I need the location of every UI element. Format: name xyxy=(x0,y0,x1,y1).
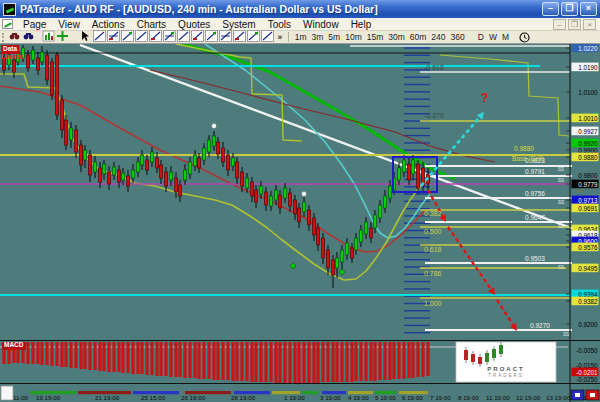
pointer-icon[interactable] xyxy=(79,30,92,42)
candle xyxy=(112,167,115,175)
macd-bar xyxy=(397,342,400,379)
channel-icon[interactable] xyxy=(121,30,134,42)
svg-text:1.0010: 1.0010 xyxy=(578,115,598,122)
candle xyxy=(288,193,291,206)
crosshair-icon[interactable] xyxy=(56,30,69,42)
candle xyxy=(202,148,205,160)
macd-bar xyxy=(31,342,34,364)
time-label: 5 19:00 xyxy=(375,394,396,401)
svg-text:-0.618: -0.618 xyxy=(424,64,444,71)
menu-window[interactable]: Window xyxy=(297,19,345,30)
timeframe-60m[interactable]: 60m xyxy=(407,32,429,42)
chart-page-icon[interactable] xyxy=(2,19,13,29)
menu-tools[interactable]: Tools xyxy=(262,19,297,30)
fib-expansion-icon[interactable] xyxy=(163,30,176,42)
mdi-restore-button[interactable]: ❐ xyxy=(568,19,581,30)
period-monthly[interactable]: M xyxy=(499,32,511,42)
macd-bar xyxy=(164,342,167,376)
candle xyxy=(250,182,253,196)
candle xyxy=(254,190,257,202)
timeframe-240[interactable]: 240 xyxy=(429,32,448,42)
menu-view[interactable]: View xyxy=(52,19,86,30)
timeframe-10m[interactable]: 10m xyxy=(343,32,365,42)
trendline-icon[interactable] xyxy=(93,30,106,42)
menu-help[interactable]: Help xyxy=(345,19,378,30)
macd-bar xyxy=(226,342,229,380)
period-daily[interactable]: D xyxy=(475,32,486,42)
svg-text:0.9394: 0.9394 xyxy=(578,291,598,298)
period-weekly[interactable]: W xyxy=(486,32,499,42)
macd-bar xyxy=(240,342,243,381)
candle xyxy=(340,250,343,262)
candle xyxy=(178,185,181,196)
candle xyxy=(36,58,39,70)
find-icon[interactable] xyxy=(8,30,21,42)
window-title: PATrader - AUD RF - [AUDUSD, 240 min - A… xyxy=(20,3,378,15)
svg-text:0.9880: 0.9880 xyxy=(578,154,598,161)
svg-text:1.0190: 1.0190 xyxy=(578,64,598,71)
candle xyxy=(159,165,162,178)
candle xyxy=(226,155,229,170)
clock-icon[interactable] xyxy=(518,31,531,43)
app-icon[interactable] xyxy=(3,3,16,16)
minimize-button[interactable]: – xyxy=(542,2,559,16)
timeframe-5m[interactable]: 5m xyxy=(326,32,343,42)
svg-text:-0.270: -0.270 xyxy=(424,112,444,119)
scroll-right-button[interactable] xyxy=(586,390,599,400)
angle-line-icon[interactable] xyxy=(135,30,148,42)
timeframe-3m[interactable]: 3m xyxy=(309,32,326,42)
fib-fan-icon[interactable] xyxy=(205,30,218,42)
menu-system[interactable]: System xyxy=(216,19,261,30)
macd-bar xyxy=(350,342,353,382)
candle xyxy=(416,164,419,188)
chart-icon[interactable] xyxy=(42,30,55,42)
macd-bar xyxy=(79,342,82,369)
candle xyxy=(293,200,296,214)
candle xyxy=(136,162,139,172)
scroll-left-button[interactable] xyxy=(571,390,584,400)
macd-axis[interactable]: -0.0050-0.0150-0.0201-0.0250 xyxy=(572,347,599,383)
mdi-close-button[interactable]: × xyxy=(583,19,596,30)
gann-grid-icon[interactable] xyxy=(219,30,232,42)
candle xyxy=(378,205,381,218)
candle xyxy=(402,160,405,172)
fib-retracement-icon[interactable] xyxy=(149,30,162,42)
candle xyxy=(240,172,243,186)
menu-quotes[interactable]: Quotes xyxy=(172,19,216,30)
horizontal-line-icon[interactable] xyxy=(107,30,120,42)
candle xyxy=(407,164,410,180)
candle xyxy=(12,60,15,72)
toolbar-grip[interactable] xyxy=(2,33,4,42)
regression-icon[interactable] xyxy=(247,30,260,42)
candle xyxy=(388,186,391,198)
close-button[interactable]: × xyxy=(580,2,597,16)
macd-bar xyxy=(98,342,101,371)
candle xyxy=(316,228,319,245)
menu-charts[interactable]: Charts xyxy=(131,19,172,30)
toolbar-overflow-chevron[interactable]: » xyxy=(275,32,286,42)
menu-actions[interactable]: Actions xyxy=(86,19,131,30)
locked-status-label: Locked xyxy=(1,54,24,61)
candle xyxy=(102,164,105,174)
timeframe-360[interactable]: 360 xyxy=(448,32,467,42)
price-box-green-icon[interactable] xyxy=(191,30,204,42)
mark-icon[interactable] xyxy=(22,30,35,42)
timeframe-1m[interactable]: 1m xyxy=(292,32,309,42)
menu-page[interactable]: Page xyxy=(17,19,52,30)
macd-bar xyxy=(136,342,139,374)
macd-bar xyxy=(359,342,362,381)
pitchfork-icon[interactable] xyxy=(261,30,274,42)
restore-button[interactable]: ❐ xyxy=(561,2,578,16)
timeframe-30m[interactable]: 30m xyxy=(386,32,408,42)
macd-bar xyxy=(40,342,43,365)
timeframe-15m[interactable]: 15m xyxy=(364,32,386,42)
volume-bars-icon[interactable] xyxy=(233,30,246,42)
candle xyxy=(69,128,72,140)
price-box-red-icon[interactable] xyxy=(177,30,190,42)
macd-bar xyxy=(169,342,172,377)
macd-bar xyxy=(283,342,286,383)
candle xyxy=(369,228,372,238)
svg-text:0.9270: 0.9270 xyxy=(530,322,550,329)
mdi-minimize-button[interactable]: – xyxy=(553,19,566,30)
chart-canvas[interactable]: -0.786-0.618-0.2700.3820.5000.6180.7861.… xyxy=(0,44,600,402)
